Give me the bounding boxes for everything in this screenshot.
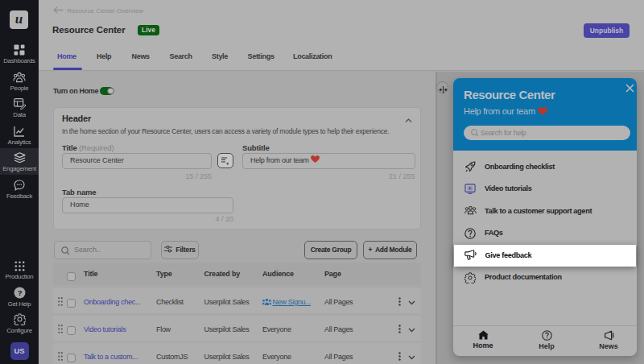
svg-text:?: ?: [17, 288, 22, 297]
